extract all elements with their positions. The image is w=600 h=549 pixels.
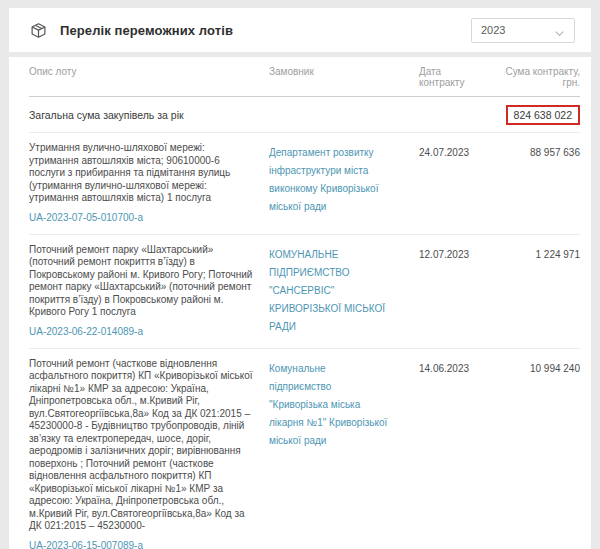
column-header-sum: Сума контракту, грн. xyxy=(487,66,580,88)
column-header-description: Опис лоту xyxy=(29,66,269,88)
total-label: Загальна сума закупівель за рік xyxy=(29,109,184,121)
column-header-customer: Замовник xyxy=(269,66,401,88)
contract-date: 12.07.2023 xyxy=(419,249,469,260)
chevron-down-icon xyxy=(554,25,565,36)
page: Перелік переможних лотів 2023 Опис лоту … xyxy=(0,0,600,549)
lots-table: Опис лоту Замовник Дата контракту Сума к… xyxy=(9,57,591,549)
customer-link[interactable]: Департамент розвитку інфраструктури міст… xyxy=(269,147,378,212)
lot-description: Утримання вулично-шляхової мережі: утрим… xyxy=(29,142,253,205)
contract-sum: 1 224 971 xyxy=(536,249,581,260)
total-row: Загальна сума закупівель за рік 824 638 … xyxy=(29,97,580,133)
year-select[interactable]: 2023 xyxy=(471,18,575,43)
contract-date: 14.06.2023 xyxy=(419,363,469,374)
table-row: Утримання вулично-шляхової мережі: утрим… xyxy=(29,133,580,235)
page-title: Перелік переможних лотів xyxy=(60,23,233,38)
header-bar: Перелік переможних лотів 2023 xyxy=(9,8,591,52)
table-header-row: Опис лоту Замовник Дата контракту Сума к… xyxy=(29,57,580,97)
highlight-box: 824 638 022 xyxy=(506,105,580,125)
total-value: 824 638 022 xyxy=(506,105,580,125)
table-row: Поточний ремонт парку «Шахтарський» (пот… xyxy=(29,235,580,349)
lot-id-link[interactable]: UA-2023-06-22-014089-a xyxy=(29,326,143,337)
customer-link[interactable]: Комунальне підприємство "Криворізька міс… xyxy=(269,363,387,446)
lot-description: Поточний ремонт (часткове відновлення ас… xyxy=(29,358,253,533)
lot-id-link[interactable]: UA-2023-06-15-007089-a xyxy=(29,540,143,549)
contract-sum: 10 994 240 xyxy=(530,363,580,374)
package-icon xyxy=(30,22,47,39)
table-row: Поточний ремонт (часткове відновлення ас… xyxy=(29,349,580,549)
customer-link[interactable]: КОМУНАЛЬНЕ ПІДПРИЄМСТВО "САНСЕРВІС" КРИВ… xyxy=(269,249,385,332)
year-select-value: 2023 xyxy=(481,24,505,36)
contract-date: 24.07.2023 xyxy=(419,147,469,158)
lot-id-link[interactable]: UA-2023-07-05-010700-a xyxy=(29,212,143,223)
lot-description: Поточний ремонт парку «Шахтарський» (пот… xyxy=(29,244,253,319)
contract-sum: 88 957 636 xyxy=(530,147,580,158)
column-header-date: Дата контракту xyxy=(401,66,487,88)
